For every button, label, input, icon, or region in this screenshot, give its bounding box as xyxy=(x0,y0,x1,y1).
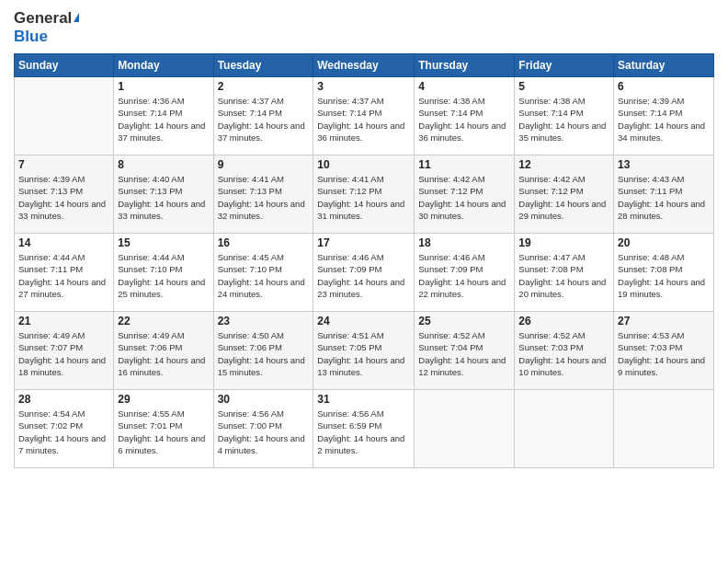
day-number: 29 xyxy=(118,393,209,406)
day-info: Sunrise: 4:39 AMSunset: 7:13 PMDaylight:… xyxy=(18,173,109,222)
day-number: 31 xyxy=(317,393,410,406)
day-number: 15 xyxy=(118,236,209,249)
day-cell: 1Sunrise: 4:36 AMSunset: 7:14 PMDaylight… xyxy=(114,77,213,155)
day-number: 6 xyxy=(618,80,710,93)
day-cell: 22Sunrise: 4:49 AMSunset: 7:06 PMDayligh… xyxy=(114,312,213,390)
day-info: Sunrise: 4:42 AMSunset: 7:12 PMDaylight:… xyxy=(418,173,510,222)
day-header-friday: Friday xyxy=(515,54,614,77)
day-cell xyxy=(15,77,114,155)
day-info: Sunrise: 4:55 AMSunset: 7:01 PMDaylight:… xyxy=(118,408,209,456)
day-number: 4 xyxy=(418,80,510,93)
day-number: 20 xyxy=(618,236,710,249)
week-row-4: 21Sunrise: 4:49 AMSunset: 7:07 PMDayligh… xyxy=(15,312,714,390)
header-row: General Blue xyxy=(14,9,714,46)
day-info: Sunrise: 4:46 AMSunset: 7:09 PMDaylight:… xyxy=(418,251,510,300)
day-info: Sunrise: 4:40 AMSunset: 7:13 PMDaylight:… xyxy=(118,173,209,222)
day-cell: 16Sunrise: 4:45 AMSunset: 7:10 PMDayligh… xyxy=(213,234,313,312)
day-cell: 28Sunrise: 4:54 AMSunset: 7:02 PMDayligh… xyxy=(15,390,114,468)
day-number: 10 xyxy=(317,158,410,171)
day-cell: 27Sunrise: 4:53 AMSunset: 7:03 PMDayligh… xyxy=(614,312,714,390)
day-number: 22 xyxy=(118,315,209,327)
day-cell: 26Sunrise: 4:52 AMSunset: 7:03 PMDayligh… xyxy=(515,312,614,390)
day-cell: 10Sunrise: 4:41 AMSunset: 7:12 PMDayligh… xyxy=(313,155,415,234)
day-number: 18 xyxy=(418,236,510,249)
day-cell: 7Sunrise: 4:39 AMSunset: 7:13 PMDaylight… xyxy=(15,155,114,234)
day-info: Sunrise: 4:37 AMSunset: 7:14 PMDaylight:… xyxy=(218,95,310,144)
week-row-3: 14Sunrise: 4:44 AMSunset: 7:11 PMDayligh… xyxy=(15,234,714,312)
week-row-5: 28Sunrise: 4:54 AMSunset: 7:02 PMDayligh… xyxy=(15,390,714,468)
day-number: 3 xyxy=(317,80,410,93)
day-info: Sunrise: 4:50 AMSunset: 7:06 PMDaylight:… xyxy=(218,329,310,378)
day-cell: 15Sunrise: 4:44 AMSunset: 7:10 PMDayligh… xyxy=(114,234,213,312)
day-cell: 23Sunrise: 4:50 AMSunset: 7:06 PMDayligh… xyxy=(213,312,313,390)
day-number: 26 xyxy=(518,315,609,327)
week-row-1: 1Sunrise: 4:36 AMSunset: 7:14 PMDaylight… xyxy=(15,77,714,155)
day-cell: 9Sunrise: 4:41 AMSunset: 7:13 PMDaylight… xyxy=(213,155,313,234)
day-info: Sunrise: 4:53 AMSunset: 7:03 PMDaylight:… xyxy=(618,329,710,378)
day-number: 17 xyxy=(317,236,410,249)
day-cell: 14Sunrise: 4:44 AMSunset: 7:11 PMDayligh… xyxy=(15,234,114,312)
day-cell: 20Sunrise: 4:48 AMSunset: 7:08 PMDayligh… xyxy=(614,234,714,312)
day-info: Sunrise: 4:56 AMSunset: 7:00 PMDaylight:… xyxy=(218,408,310,456)
day-cell: 18Sunrise: 4:46 AMSunset: 7:09 PMDayligh… xyxy=(415,234,515,312)
day-number: 11 xyxy=(418,158,510,171)
day-info: Sunrise: 4:49 AMSunset: 7:07 PMDaylight:… xyxy=(18,329,109,378)
day-number: 8 xyxy=(118,158,209,171)
day-number: 30 xyxy=(218,393,310,406)
day-cell: 25Sunrise: 4:52 AMSunset: 7:04 PMDayligh… xyxy=(415,312,515,390)
day-info: Sunrise: 4:51 AMSunset: 7:05 PMDaylight:… xyxy=(317,329,410,378)
day-info: Sunrise: 4:39 AMSunset: 7:14 PMDaylight:… xyxy=(618,95,710,144)
day-number: 12 xyxy=(518,158,609,171)
day-number: 5 xyxy=(518,80,609,93)
day-cell: 3Sunrise: 4:37 AMSunset: 7:14 PMDaylight… xyxy=(313,77,415,155)
day-number: 25 xyxy=(418,315,510,327)
day-cell: 5Sunrise: 4:38 AMSunset: 7:14 PMDaylight… xyxy=(515,77,614,155)
day-number: 19 xyxy=(518,236,609,249)
day-info: Sunrise: 4:38 AMSunset: 7:14 PMDaylight:… xyxy=(518,95,609,144)
day-info: Sunrise: 4:38 AMSunset: 7:14 PMDaylight:… xyxy=(418,95,510,144)
day-info: Sunrise: 4:37 AMSunset: 7:14 PMDaylight:… xyxy=(317,95,410,144)
main-container: General Blue SundayMondayTuesdayWednesda… xyxy=(0,0,728,477)
day-header-tuesday: Tuesday xyxy=(213,54,313,77)
day-cell: 17Sunrise: 4:46 AMSunset: 7:09 PMDayligh… xyxy=(313,234,415,312)
day-info: Sunrise: 4:56 AMSunset: 6:59 PMDaylight:… xyxy=(317,408,410,456)
day-number: 16 xyxy=(218,236,310,249)
day-cell: 8Sunrise: 4:40 AMSunset: 7:13 PMDaylight… xyxy=(114,155,213,234)
day-header-saturday: Saturday xyxy=(614,54,714,77)
header-row-days: SundayMondayTuesdayWednesdayThursdayFrid… xyxy=(15,54,714,77)
day-cell xyxy=(515,390,614,468)
day-header-sunday: Sunday xyxy=(15,54,114,77)
logo: General Blue xyxy=(14,9,79,46)
day-info: Sunrise: 4:54 AMSunset: 7:02 PMDaylight:… xyxy=(18,408,109,456)
day-info: Sunrise: 4:44 AMSunset: 7:10 PMDaylight:… xyxy=(118,251,209,300)
week-row-2: 7Sunrise: 4:39 AMSunset: 7:13 PMDaylight… xyxy=(15,155,714,234)
logo-general: General xyxy=(14,9,72,28)
day-cell: 12Sunrise: 4:42 AMSunset: 7:12 PMDayligh… xyxy=(515,155,614,234)
day-cell xyxy=(614,390,714,468)
day-cell: 30Sunrise: 4:56 AMSunset: 7:00 PMDayligh… xyxy=(213,390,313,468)
day-info: Sunrise: 4:41 AMSunset: 7:12 PMDaylight:… xyxy=(317,173,410,222)
day-cell: 6Sunrise: 4:39 AMSunset: 7:14 PMDaylight… xyxy=(614,77,714,155)
day-info: Sunrise: 4:52 AMSunset: 7:03 PMDaylight:… xyxy=(518,329,609,378)
day-info: Sunrise: 4:44 AMSunset: 7:11 PMDaylight:… xyxy=(18,251,109,300)
day-info: Sunrise: 4:43 AMSunset: 7:11 PMDaylight:… xyxy=(618,173,710,222)
day-number: 28 xyxy=(18,393,109,406)
day-info: Sunrise: 4:47 AMSunset: 7:08 PMDaylight:… xyxy=(518,251,609,300)
day-info: Sunrise: 4:41 AMSunset: 7:13 PMDaylight:… xyxy=(218,173,310,222)
day-cell: 4Sunrise: 4:38 AMSunset: 7:14 PMDaylight… xyxy=(415,77,515,155)
day-cell: 31Sunrise: 4:56 AMSunset: 6:59 PMDayligh… xyxy=(313,390,415,468)
day-cell: 24Sunrise: 4:51 AMSunset: 7:05 PMDayligh… xyxy=(313,312,415,390)
day-header-monday: Monday xyxy=(114,54,213,77)
day-number: 24 xyxy=(317,315,410,327)
day-cell: 21Sunrise: 4:49 AMSunset: 7:07 PMDayligh… xyxy=(15,312,114,390)
day-number: 9 xyxy=(218,158,310,171)
day-info: Sunrise: 4:49 AMSunset: 7:06 PMDaylight:… xyxy=(118,329,209,378)
day-cell: 2Sunrise: 4:37 AMSunset: 7:14 PMDaylight… xyxy=(213,77,313,155)
day-number: 1 xyxy=(118,80,209,93)
day-cell: 19Sunrise: 4:47 AMSunset: 7:08 PMDayligh… xyxy=(515,234,614,312)
day-number: 14 xyxy=(18,236,109,249)
day-info: Sunrise: 4:52 AMSunset: 7:04 PMDaylight:… xyxy=(418,329,510,378)
day-number: 21 xyxy=(18,315,109,327)
day-number: 7 xyxy=(18,158,109,171)
day-cell: 11Sunrise: 4:42 AMSunset: 7:12 PMDayligh… xyxy=(415,155,515,234)
